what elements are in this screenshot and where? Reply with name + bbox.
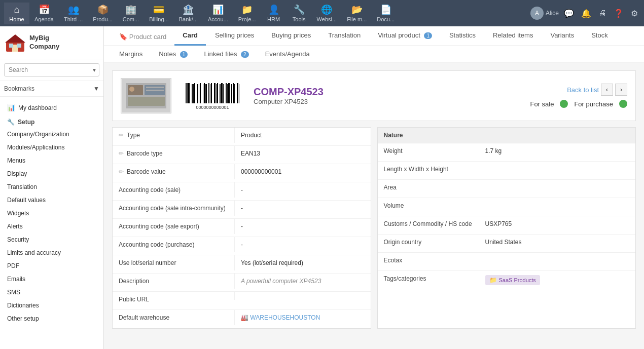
dimensions-label: Length x Width x Height [378, 162, 479, 177]
public-url-value [234, 292, 371, 300]
nav-third[interactable]: 👥 Third ... [59, 2, 88, 24]
next-button[interactable]: › [615, 84, 627, 96]
left-detail-panel: ✏ Type Product ✏ Barcode type EAN13 [112, 127, 371, 329]
settings-icon[interactable]: ⚙ [629, 7, 640, 20]
sidebar-item-modules[interactable]: Modules/Applications [0, 141, 103, 154]
sub-tab-bar: Margins Notes 1 Linked files 2 Events/Ag… [104, 46, 644, 62]
sidebar-item-menus[interactable]: Menus [0, 154, 103, 167]
sub-tab-events-agenda[interactable]: Events/Agenda [258, 46, 317, 62]
bank-icon: 🏦 [183, 4, 194, 15]
dashboard-icon: 📊 [7, 104, 15, 111]
bookmarks-header[interactable]: Bookmarks ▼ [4, 85, 99, 92]
sidebar-item-security[interactable]: Security [0, 233, 103, 246]
sidebar-item-pdf[interactable]: PDF [0, 259, 103, 273]
search-dropdown-button[interactable]: ▼ [89, 65, 100, 75]
tab-statistics[interactable]: Statistics [441, 26, 484, 46]
details-grid: ✏ Type Product ✏ Barcode type EAN13 [112, 127, 636, 329]
sidebar-item-default-values[interactable]: Default values [0, 193, 103, 207]
sub-tab-notes[interactable]: Notes 1 [152, 46, 195, 62]
nav-home[interactable]: ⌂ Home [4, 3, 29, 24]
nav-hrm[interactable]: 👤 HRM [261, 2, 287, 24]
print-icon[interactable]: 🖨 [596, 7, 609, 20]
commercial-icon: 🏢 [125, 4, 136, 15]
nav-websites[interactable]: 🌐 Websi... [312, 2, 342, 24]
detail-row-volume: Volume [378, 198, 636, 216]
nav-products[interactable]: 📦 Produ... [88, 2, 118, 24]
svg-point-10 [129, 87, 134, 92]
warehouse-value[interactable]: 🏭 WAREHOUSEHOUSTON [234, 310, 371, 325]
customs-label: Customs / Commodity / HS code [378, 216, 479, 231]
sidebar-item-alerts[interactable]: Alerts [0, 220, 103, 233]
product-barcode: 0000000000001 [180, 81, 245, 111]
nav-commercial[interactable]: 🏢 Com... [118, 2, 144, 24]
sidebar-item-display[interactable]: Display [0, 167, 103, 180]
nav-agenda[interactable]: 📅 Agenda [29, 2, 59, 24]
nav-projects[interactable]: 📁 Proje... [233, 2, 261, 24]
nav-tools[interactable]: 🔧 Tools [287, 2, 312, 24]
sidebar-item-emails[interactable]: Emails [0, 273, 103, 286]
nav-billing[interactable]: 💳 Billing... [144, 2, 174, 24]
notes-badge: 1 [180, 51, 188, 58]
sidebar-item-widgets[interactable]: Widgets [0, 207, 103, 220]
notification-icon[interactable]: 🔔 [579, 7, 593, 20]
dimensions-value [479, 162, 636, 170]
nav-accounting[interactable]: 📊 Accou... [203, 2, 233, 24]
sidebar-item-dashboard[interactable]: 📊 My dashboard [0, 101, 103, 114]
sidebar-item-company[interactable]: Company/Organization [0, 128, 103, 141]
tab-product-card-breadcrumb[interactable]: 🔖 Product card [112, 28, 173, 46]
previous-button[interactable]: ‹ [601, 84, 613, 96]
sidebar-item-dictionaries[interactable]: Dictionaries [0, 299, 103, 312]
edit-icon[interactable]: ✏ [119, 132, 124, 139]
detail-row-description: Description A powerfull computer XP4523 [113, 274, 371, 292]
bookmarks-chevron-icon: ▼ [93, 85, 99, 92]
tab-card[interactable]: Card [174, 26, 206, 46]
sidebar-item-sms[interactable]: SMS [0, 286, 103, 299]
sub-tab-margins[interactable]: Margins [112, 46, 150, 62]
type-value: Product [234, 128, 371, 143]
warehouse-icon: 🏭 [241, 314, 248, 321]
acct-sale-value: - [234, 182, 371, 198]
detail-row-type: ✏ Type Product [113, 128, 371, 146]
chat-icon[interactable]: 💬 [562, 7, 576, 20]
sidebar-item-other-setup[interactable]: Other setup [0, 312, 103, 325]
acct-export-value: - [234, 219, 371, 234]
projects-icon: 📁 [241, 4, 253, 15]
search-box[interactable]: ▼ [4, 63, 99, 76]
websites-icon: 🌐 [321, 4, 332, 15]
tab-buying-prices[interactable]: Buying prices [263, 26, 319, 46]
bookmarks-section[interactable]: Bookmarks ▼ [0, 81, 103, 97]
sub-tab-linked-files[interactable]: Linked files 2 [197, 46, 256, 62]
back-to-list-link[interactable]: Back to list [567, 86, 599, 94]
edit-icon-3[interactable]: ✏ [119, 168, 124, 175]
search-input[interactable] [5, 64, 89, 76]
weight-label: Weight [378, 143, 479, 159]
tab-related-items[interactable]: Related items [485, 26, 541, 46]
virtual-product-badge: 1 [424, 32, 432, 39]
area-value [479, 180, 636, 188]
tab-bar: 🔖 Product card Card Selling prices Buyin… [104, 26, 644, 46]
nav-documents[interactable]: 📄 Docu... [372, 2, 400, 24]
help-icon[interactable]: ❓ [612, 7, 626, 20]
nav-filemanager[interactable]: 📂 File m... [342, 2, 372, 24]
tab-variants[interactable]: Variants [542, 26, 582, 46]
sidebar-item-translation[interactable]: Translation [0, 180, 103, 193]
detail-row-warehouse: Default warehouse 🏭 WAREHOUSEHOUSTON [113, 310, 371, 328]
user-menu[interactable]: A Alice [530, 7, 559, 20]
tag-badge[interactable]: 📁 SaaS Products [485, 275, 540, 285]
edit-icon-2[interactable]: ✏ [119, 150, 124, 157]
sidebar-item-limits[interactable]: Limits and accuracy [0, 246, 103, 259]
tab-virtual-product[interactable]: Virtual product 1 [370, 26, 440, 46]
nav-bank[interactable]: 🏦 Bank/... [174, 2, 203, 24]
public-url-label: Public URL [113, 292, 234, 307]
tab-translation[interactable]: Translation [320, 26, 369, 46]
detail-row-lot-serial: Use lot/serial number Yes (lot/serial re… [113, 255, 371, 274]
detail-row-acct-export: Accounting code (sale export) - [113, 219, 371, 237]
company-logo[interactable]: MyBig Company [0, 26, 103, 59]
tab-selling-prices[interactable]: Selling prices [207, 26, 262, 46]
tags-label: Tags/categories [378, 271, 479, 286]
lot-serial-value: Yes (lot/serial required) [234, 255, 371, 270]
type-label: ✏ Type [113, 128, 234, 143]
company-name: MyBig Company [29, 34, 59, 51]
tab-stock[interactable]: Stock [583, 26, 616, 46]
svg-rect-3 [9, 44, 13, 48]
